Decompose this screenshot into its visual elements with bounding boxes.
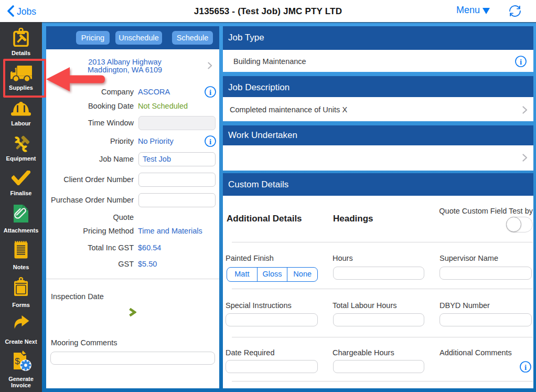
svg-text:i: i xyxy=(524,363,527,372)
svg-text:i: i xyxy=(209,137,211,146)
svg-text:i: i xyxy=(520,58,522,66)
svg-text:i: i xyxy=(209,88,211,97)
svg-text:$: $ xyxy=(15,356,20,366)
